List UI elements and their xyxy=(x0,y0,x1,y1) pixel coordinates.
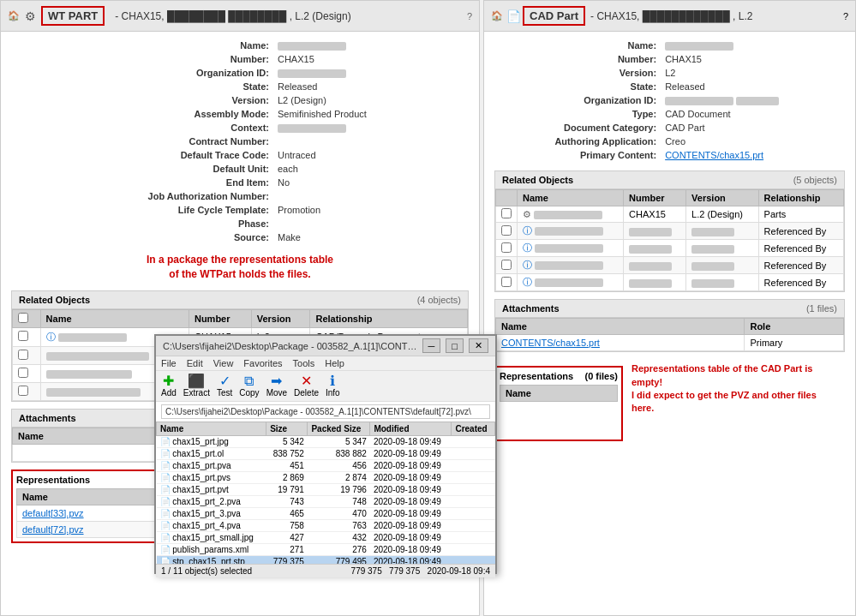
attachments-title: Attachments xyxy=(19,413,76,423)
file-list-row[interactable]: 📄 chax15_prt.pvs 2 869 2 874 2020-09-18 … xyxy=(157,472,495,484)
file-list-row[interactable]: 📄 chax15_prt.pvt 19 791 19 796 2020-09-1… xyxy=(157,484,495,496)
gear-icon: ⚙ xyxy=(25,9,36,23)
left-help-icon[interactable]: ? xyxy=(467,11,472,21)
select-all-checkbox[interactable] xyxy=(18,313,28,323)
field-value xyxy=(274,217,469,230)
field-value: CONTENTS/chax15.prt xyxy=(661,148,845,162)
file-list-row[interactable]: 📄 chax15_prt_small.jpg 427 432 2020-09-1… xyxy=(157,532,495,544)
field-label: Type: xyxy=(494,107,661,121)
info-icon[interactable]: ⓘ xyxy=(523,277,532,287)
info-icon[interactable]: ⓘ xyxy=(523,225,532,236)
file-packed: 5 347 xyxy=(308,436,370,448)
field-label: Name: xyxy=(494,39,661,52)
info-button[interactable]: ℹ Info xyxy=(326,374,340,398)
add-label: Add xyxy=(161,388,177,398)
file-list-row[interactable]: 📄 chax15_prt_2.pva 743 748 2020-09-18 09… xyxy=(157,496,495,508)
file-list-row[interactable]: 📄 publish_params.xml 271 276 2020-09-18 … xyxy=(157,544,495,556)
row-relationship: Parts xyxy=(758,206,843,223)
field-label: Number: xyxy=(11,52,274,66)
file-explorer-path[interactable]: C:\Users\fijahei2\Desktop\Package - 0035… xyxy=(161,404,490,419)
att-name: CONTENTS/chax15.prt xyxy=(496,335,745,351)
menu-edit[interactable]: Edit xyxy=(187,358,203,368)
file-size: 743 xyxy=(266,496,308,508)
file-size: 271 xyxy=(266,544,308,556)
file-packed: 779 495 xyxy=(308,556,370,565)
file-explorer-controls: ─ □ ✕ xyxy=(422,338,488,353)
info-icon[interactable]: ⓘ xyxy=(523,242,532,253)
file-packed: 763 xyxy=(308,520,370,532)
file-packed: 748 xyxy=(308,496,370,508)
add-icon: ✚ xyxy=(163,374,174,388)
row-number xyxy=(624,240,686,257)
file-created xyxy=(452,460,495,472)
total-size: 779 375 xyxy=(351,566,382,576)
file-name: 📄 chax15_prt.pva xyxy=(157,460,266,472)
copy-button[interactable]: ⧉ Copy xyxy=(239,374,259,398)
right-help-icon[interactable]: ? xyxy=(843,11,848,21)
menu-favorites[interactable]: Favorites xyxy=(243,358,282,368)
test-icon: ✓ xyxy=(219,374,230,388)
file-list-row[interactable]: 📄 chax15_prt.jpg 5 342 5 347 2020-09-18 … xyxy=(157,436,495,448)
primary-content-link[interactable]: CONTENTS/chax15.prt xyxy=(665,150,763,160)
field-value: Released xyxy=(274,80,469,93)
menu-file[interactable]: File xyxy=(161,358,177,368)
file-list-row[interactable]: 📄 chax15_prt_3.pva 465 470 2020-09-18 09… xyxy=(157,508,495,520)
add-button[interactable]: ✚ Add xyxy=(161,374,177,398)
file-icon: 📄 xyxy=(160,557,171,564)
col-name: Name xyxy=(518,190,624,206)
maximize-button[interactable]: □ xyxy=(446,338,464,353)
right-home-icon[interactable]: 🏠 xyxy=(491,10,503,21)
info-icon[interactable]: ⓘ xyxy=(523,260,532,270)
row-number xyxy=(624,274,686,291)
file-list-row[interactable]: 📄 chax15_prt.ol 838 752 838 882 2020-09-… xyxy=(157,448,495,460)
field-value xyxy=(274,66,469,80)
file-size: 779 375 xyxy=(266,556,308,565)
file-name: 📄 chax15_prt_2.pva xyxy=(157,496,266,508)
right-rep-area: Representations (0 files) Name Represent… xyxy=(494,359,845,441)
att-file-link[interactable]: CONTENTS/chax15.prt xyxy=(501,338,600,348)
file-list-row[interactable]: 📄 stp_chax15_prt.stp 779 375 779 495 202… xyxy=(157,556,495,565)
right-related-objects-title: Related Objects xyxy=(502,175,573,185)
file-created xyxy=(452,544,495,556)
field-value xyxy=(661,39,845,52)
menu-tools[interactable]: Tools xyxy=(293,358,315,368)
file-size: 465 xyxy=(266,508,308,520)
right-attachments-table: Name Role CONTENTS/chax15.prt Primary xyxy=(495,318,844,351)
file-packed: 838 882 xyxy=(308,448,370,460)
file-packed: 456 xyxy=(308,460,370,472)
home-icon[interactable]: 🏠 xyxy=(8,10,20,21)
minimize-button[interactable]: ─ xyxy=(422,338,441,353)
table-row: ⓘ Referenced By xyxy=(496,223,844,240)
right-related-objects-table: Name Number Version Relationship ⚙ CHAX1… xyxy=(495,189,844,291)
info-icon[interactable]: ⓘ xyxy=(46,332,56,342)
file-size: 5 342 xyxy=(266,436,308,448)
row-version xyxy=(686,274,759,291)
close-button[interactable]: ✕ xyxy=(469,338,488,353)
menu-view[interactable]: View xyxy=(213,358,234,368)
file-size: 451 xyxy=(266,460,308,472)
row-version: L.2 (Design) xyxy=(686,206,759,223)
menu-help[interactable]: Help xyxy=(325,358,344,368)
test-button[interactable]: ✓ Test xyxy=(217,374,232,398)
file-explorer-window: C:\Users\fijahei2\Desktop\Package - 0035… xyxy=(154,334,497,574)
field-label: Assembly Mode: xyxy=(11,107,274,121)
row-number: CHAX15 xyxy=(624,206,686,223)
left-info-table: Name: Number:CHAX15 Organization ID: Sta… xyxy=(11,39,469,244)
file-list-row[interactable]: 📄 chax15_prt.pva 451 456 2020-09-18 09:4… xyxy=(157,460,495,472)
right-representations-table: Name xyxy=(500,385,618,436)
file-modified: 2020-09-18 09:49 xyxy=(370,520,452,532)
file-name: 📄 stp_chax15_prt.stp xyxy=(157,556,266,565)
move-button[interactable]: ➡ Move xyxy=(266,374,287,398)
extract-button[interactable]: ⬛ Extract xyxy=(183,374,210,398)
row-checkbox xyxy=(496,223,518,240)
field-label: Primary Content: xyxy=(494,148,661,162)
right-annotation: Representations table of the CAD Part is… xyxy=(632,362,817,416)
delete-label: Delete xyxy=(294,388,319,398)
right-info-table: Name: Number:CHAX15 Version:L2 State:Rel… xyxy=(494,39,845,162)
file-icon: 📄 xyxy=(160,449,171,458)
col-version: Version xyxy=(686,190,759,206)
delete-button[interactable]: ✕ Delete xyxy=(294,374,319,398)
status-size: 779 375 779 375 2020-09-18 09:4 xyxy=(351,566,490,576)
field-label: Version: xyxy=(11,93,274,107)
file-list-row[interactable]: 📄 chax15_prt_4.pva 758 763 2020-09-18 09… xyxy=(157,520,495,532)
